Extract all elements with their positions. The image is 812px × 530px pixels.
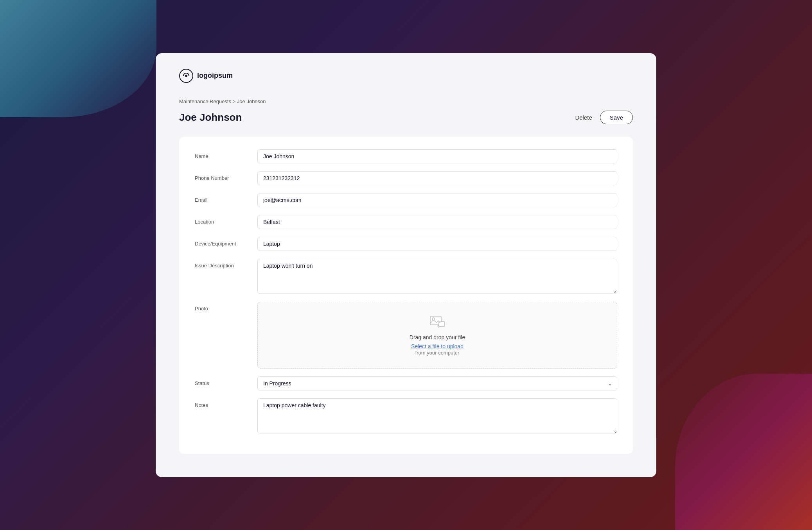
photo-row: Photo Drag and drop your file	[195, 302, 617, 369]
location-row: Location	[195, 215, 617, 229]
upload-sub-text: from your computer	[266, 350, 609, 356]
email-row: Email	[195, 193, 617, 207]
device-row: Device/Equipment	[195, 237, 617, 251]
phone-input[interactable]	[257, 171, 617, 185]
status-select-wrapper: In Progress Open Resolved Closed ⌄	[257, 376, 617, 390]
page-title: Joe Johnson	[179, 111, 242, 124]
device-label: Device/Equipment	[195, 237, 257, 247]
name-input[interactable]	[257, 149, 617, 163]
breadcrumb-parent: Maintenance Requests	[179, 98, 231, 104]
delete-button[interactable]: Delete	[575, 114, 592, 121]
issue-row: Issue Description Laptop won't turn on	[195, 259, 617, 294]
notes-label: Notes	[195, 398, 257, 408]
issue-label: Issue Description	[195, 259, 257, 269]
breadcrumb: Maintenance Requests > Joe Johnson	[179, 98, 633, 104]
page-card: logoipsum Maintenance Requests > Joe Joh…	[156, 53, 656, 477]
upload-drag-text: Drag and drop your file	[266, 334, 609, 340]
upload-area[interactable]: Drag and drop your file Select a file to…	[257, 302, 617, 369]
page-header: Joe Johnson Delete Save	[179, 111, 633, 124]
breadcrumb-current: Joe Johnson	[237, 98, 266, 104]
status-label: Status	[195, 376, 257, 386]
issue-textarea[interactable]: Laptop won't turn on	[257, 259, 617, 294]
location-label: Location	[195, 215, 257, 225]
status-select[interactable]: In Progress Open Resolved Closed	[257, 376, 617, 390]
upload-icons	[266, 315, 609, 328]
email-label: Email	[195, 193, 257, 203]
breadcrumb-separator: >	[233, 98, 237, 104]
notes-row: Notes Laptop power cable faulty	[195, 398, 617, 433]
photo-label: Photo	[195, 302, 257, 312]
upload-link[interactable]: Select a file to upload	[411, 343, 463, 349]
logo-text: logoipsum	[197, 72, 233, 80]
logo-area: logoipsum	[179, 69, 633, 83]
form-container: Name Phone Number Email Location Device/…	[179, 137, 633, 454]
location-input[interactable]	[257, 215, 617, 229]
svg-point-1	[185, 75, 187, 77]
status-row: Status In Progress Open Resolved Closed …	[195, 376, 617, 390]
notes-textarea[interactable]: Laptop power cable faulty	[257, 398, 617, 433]
email-input[interactable]	[257, 193, 617, 207]
name-row: Name	[195, 149, 617, 163]
header-actions: Delete Save	[575, 111, 633, 124]
name-label: Name	[195, 149, 257, 159]
save-button[interactable]: Save	[600, 111, 633, 124]
device-input[interactable]	[257, 237, 617, 251]
phone-label: Phone Number	[195, 171, 257, 181]
phone-row: Phone Number	[195, 171, 617, 185]
logo-icon	[179, 69, 193, 83]
image-upload-icon	[429, 315, 445, 328]
